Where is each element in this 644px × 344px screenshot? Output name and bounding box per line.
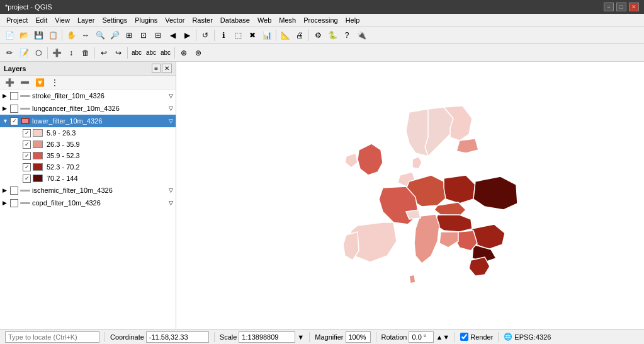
separator xyxy=(455,332,455,342)
add-layer-btn[interactable]: ➕ xyxy=(3,76,16,89)
save-as-button[interactable]: 📋 xyxy=(46,28,60,42)
new-project-button[interactable]: 📄 xyxy=(3,28,16,42)
menu-settings[interactable]: Settings xyxy=(98,16,131,25)
rotation-input[interactable] xyxy=(409,331,434,343)
layer-checkbox-lungcancer[interactable] xyxy=(10,105,18,113)
zoom-out-button[interactable]: 🔎 xyxy=(108,28,121,42)
maximize-button[interactable]: □ xyxy=(616,3,626,11)
help-btn[interactable]: ? xyxy=(340,28,354,42)
layers-collapse-button[interactable]: ≡ xyxy=(152,64,161,73)
layer-icon-copd xyxy=(20,198,30,207)
menubar: Project Edit View Layer Settings Plugins… xyxy=(0,14,644,26)
layer-item-copd[interactable]: ▶ copd_filter_10m_4326 ▽ xyxy=(0,197,176,209)
render-checkbox[interactable] xyxy=(460,333,468,341)
menu-raster[interactable]: Raster xyxy=(188,16,216,25)
layers-toolbar: ➕ ➖ 🔽 ⋮ xyxy=(0,76,176,89)
layer-icon-stroke xyxy=(20,91,30,100)
menu-mesh[interactable]: Mesh xyxy=(275,16,300,25)
locate-input[interactable] xyxy=(5,331,99,343)
measure-button[interactable]: 📐 xyxy=(278,28,292,42)
advanced-btn[interactable]: ⊛ xyxy=(191,46,205,60)
deselect-button[interactable]: ✖ xyxy=(246,28,259,42)
layer-item-lower[interactable]: ▼ lower_filter_10m_4326 ▽ xyxy=(0,115,176,127)
open-table-button[interactable]: 📊 xyxy=(260,28,274,42)
menu-edit[interactable]: Edit xyxy=(31,16,51,25)
node-btn[interactable]: ⬡ xyxy=(31,46,45,60)
layer-checkbox-lower[interactable] xyxy=(10,117,18,125)
python-btn[interactable]: 🐍 xyxy=(325,28,339,42)
plugins-btn[interactable]: 🔌 xyxy=(354,28,368,42)
layer-item-ischemic[interactable]: ▶ ischemic_filter_10m_4326 ▽ xyxy=(0,184,176,197)
edit-btn[interactable]: 📝 xyxy=(17,46,31,60)
menu-view[interactable]: View xyxy=(51,16,74,25)
map-area[interactable] xyxy=(176,62,644,329)
remove-layer-btn[interactable]: ➖ xyxy=(18,76,31,89)
menu-processing[interactable]: Processing xyxy=(300,16,341,25)
open-button[interactable]: 📂 xyxy=(17,28,31,42)
legend-item-2: 35.9 - 52.3 xyxy=(0,150,176,161)
identify-button[interactable]: ℹ xyxy=(217,28,230,42)
pan-map-button[interactable]: ↔ xyxy=(79,28,93,42)
scale-input[interactable] xyxy=(239,331,295,343)
digitize-btn[interactable]: ✏ xyxy=(3,46,16,60)
menu-database[interactable]: Database xyxy=(217,16,254,25)
snap-btn[interactable]: ⊕ xyxy=(177,46,191,60)
legend-checkbox-1[interactable] xyxy=(23,140,31,149)
legend-checkbox-0[interactable] xyxy=(23,129,31,137)
menu-vector[interactable]: Vector xyxy=(161,16,188,25)
zoom-next-button[interactable]: ▶ xyxy=(180,28,194,42)
epsg-item[interactable]: 🌐 EPSG:4326 xyxy=(504,333,551,341)
add-feature-btn[interactable]: ➕ xyxy=(50,46,64,60)
layer-item-stroke[interactable]: ▶ stroke_filter_10m_4326 ▽ xyxy=(0,89,176,102)
redo-btn[interactable]: ↪ xyxy=(111,46,125,60)
menu-help[interactable]: Help xyxy=(342,16,364,25)
coordinate-input[interactable] xyxy=(146,331,209,343)
expand-icon[interactable]: ▶ xyxy=(3,105,10,112)
layer-checkbox-ischemic[interactable] xyxy=(10,186,18,195)
label-btn[interactable]: abc xyxy=(130,46,144,60)
layer-item-lungcancer[interactable]: ▶ lungcancer_filter_10m_4326 ▽ xyxy=(0,102,176,115)
zoom-prev-button[interactable]: ◀ xyxy=(166,28,179,42)
magnifier-item: Magnifier xyxy=(315,331,370,343)
rotation-stepper[interactable]: ▲▼ xyxy=(436,333,449,341)
save-button[interactable]: 💾 xyxy=(31,28,45,42)
layer-checkbox-copd[interactable] xyxy=(10,199,18,207)
pan-button[interactable]: ✋ xyxy=(64,28,78,42)
zoom-layer-button[interactable]: ⊡ xyxy=(137,28,150,42)
minimize-button[interactable]: − xyxy=(604,3,614,11)
close-button[interactable]: ✕ xyxy=(629,3,639,11)
move-btn[interactable]: ↕ xyxy=(64,46,78,60)
legend-checkbox-2[interactable] xyxy=(23,152,31,160)
layer-checkbox-stroke[interactable] xyxy=(10,92,18,100)
coordinate-item: Coordinate xyxy=(110,331,209,343)
zoom-full-button[interactable]: ⊞ xyxy=(122,28,136,42)
layers-close-button[interactable]: ✕ xyxy=(162,64,172,73)
menu-web[interactable]: Web xyxy=(254,16,275,25)
menu-layer[interactable]: Layer xyxy=(74,16,99,25)
legend-item-1: 26.3 - 35.9 xyxy=(0,139,176,150)
magnifier-input[interactable] xyxy=(346,331,371,343)
expand-icon[interactable]: ▶ xyxy=(3,187,10,193)
filter-layer-btn[interactable]: 🔽 xyxy=(33,76,47,89)
legend-checkbox-3[interactable] xyxy=(23,163,31,171)
menu-plugins[interactable]: Plugins xyxy=(131,16,161,25)
legend-checkbox-4[interactable] xyxy=(23,175,31,183)
label3-btn[interactable]: abc xyxy=(159,46,172,60)
expand-icon[interactable]: ▼ xyxy=(3,118,10,124)
layer-options-btn[interactable]: ⋮ xyxy=(48,76,62,89)
expand-icon[interactable]: ▶ xyxy=(3,93,10,99)
label2-btn[interactable]: abc xyxy=(144,46,158,60)
zoom-in-button[interactable]: 🔍 xyxy=(93,28,107,42)
zoom-select-button[interactable]: ⊟ xyxy=(151,28,165,42)
expand-icon[interactable]: ▶ xyxy=(3,200,10,206)
print-button[interactable]: 🖨 xyxy=(293,28,307,42)
refresh-button[interactable]: ↺ xyxy=(198,28,212,42)
layers-content: ▶ stroke_filter_10m_4326 ▽ ▶ lungcancer_… xyxy=(0,89,176,329)
settings-btn[interactable]: ⚙ xyxy=(311,28,325,42)
undo-btn[interactable]: ↩ xyxy=(97,46,111,60)
select-button[interactable]: ⬚ xyxy=(231,28,245,42)
render-label: Render xyxy=(470,333,493,341)
menu-project[interactable]: Project xyxy=(3,16,31,25)
scale-dropdown-icon[interactable]: ▼ xyxy=(297,333,304,341)
delete-btn[interactable]: 🗑 xyxy=(79,46,93,60)
